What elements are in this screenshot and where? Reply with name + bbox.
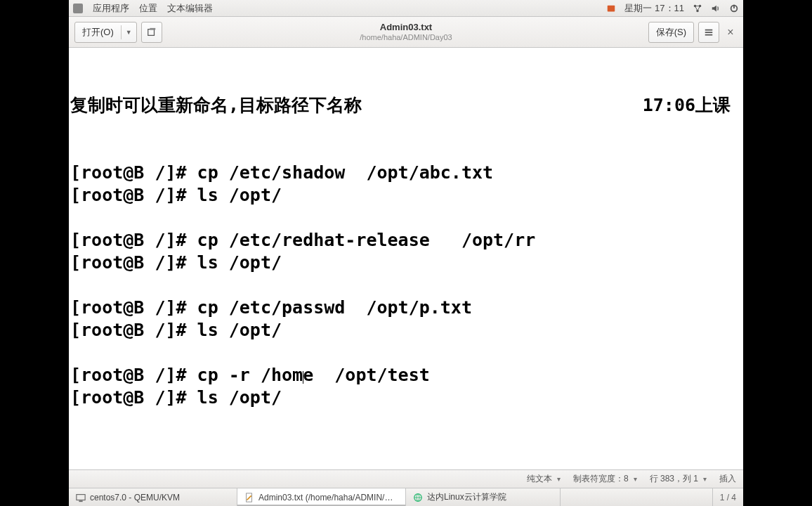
- taskbar-item-editor[interactable]: Admin03.txt (/home/haha/ADMIN/…: [237, 488, 406, 506]
- headline-left: 复制时可以重新命名,目标路径下名称: [70, 94, 362, 117]
- status-tabwidth[interactable]: 制表符宽度：8: [573, 473, 637, 485]
- hamburger-menu-button[interactable]: [698, 22, 719, 43]
- power-icon[interactable]: [729, 4, 739, 13]
- editor-toolbar: 打开(O) ▼ Admin03.txt /home/haha/ADMIN/Day…: [69, 17, 743, 48]
- svg-rect-6: [148, 29, 154, 35]
- file-name: Admin03.txt: [360, 22, 452, 33]
- headline-right: 17:06上课: [643, 94, 743, 117]
- system-menu-bar: 应用程序 位置 文本编辑器 星期一 17：11: [69, 0, 743, 17]
- taskbar-item-label: 达内Linux云计算学院: [427, 491, 506, 503]
- notification-icon[interactable]: [606, 4, 616, 13]
- open-button[interactable]: 打开(O) ▼: [74, 22, 137, 43]
- status-filetype[interactable]: 纯文本: [527, 473, 561, 485]
- svg-rect-9: [79, 500, 82, 502]
- status-mode: 插入: [719, 473, 736, 485]
- taskbar-item-vm[interactable]: centos7.0 - QEMU/KVM: [69, 488, 237, 506]
- open-label: 打开(O): [82, 26, 114, 39]
- taskbar: centos7.0 - QEMU/KVM Admin03.txt (/home/…: [69, 488, 743, 506]
- status-position[interactable]: 行 383，列 1: [650, 473, 707, 485]
- text-cursor: [303, 371, 303, 384]
- clock[interactable]: 星期一 17：11: [624, 2, 684, 15]
- apps-icon: [73, 4, 83, 13]
- svg-rect-5: [733, 4, 735, 8]
- workspace-indicator[interactable]: 1 / 4: [712, 488, 743, 506]
- document-icon: [244, 493, 254, 502]
- text-lines: [root@B /]# cp /etc/shadow /opt/abc.txt[…: [70, 162, 743, 409]
- menu-places[interactable]: 位置: [139, 2, 157, 15]
- taskbar-item-label: Admin03.txt (/home/haha/ADMIN/…: [258, 493, 393, 502]
- editor-content[interactable]: 复制时可以重新命名,目标路径下名称 17:06上课 [root@B /]# cp…: [69, 48, 743, 469]
- vm-icon: [76, 493, 86, 502]
- title-block: Admin03.txt /home/haha/ADMIN/Day03: [360, 22, 452, 42]
- svg-rect-0: [608, 5, 615, 11]
- close-button[interactable]: ×: [723, 26, 738, 39]
- new-tab-button[interactable]: [141, 22, 162, 43]
- file-path: /home/haha/ADMIN/Day03: [360, 33, 452, 42]
- taskbar-item-label: centos7.0 - QEMU/KVM: [90, 493, 180, 502]
- menu-text-editor[interactable]: 文本编辑器: [167, 2, 213, 15]
- save-button[interactable]: 保存(S): [648, 22, 694, 43]
- status-bar: 纯文本 制表符宽度：8 行 383，列 1 插入: [69, 469, 743, 488]
- volume-icon[interactable]: [711, 4, 721, 13]
- globe-icon: [413, 493, 423, 502]
- network-icon[interactable]: [693, 4, 702, 13]
- svg-rect-8: [77, 494, 85, 500]
- taskbar-item-browser[interactable]: 达内Linux云计算学院: [406, 488, 561, 506]
- menu-applications[interactable]: 应用程序: [93, 2, 129, 15]
- chevron-down-icon: ▼: [126, 29, 132, 36]
- svg-rect-7: [150, 27, 155, 30]
